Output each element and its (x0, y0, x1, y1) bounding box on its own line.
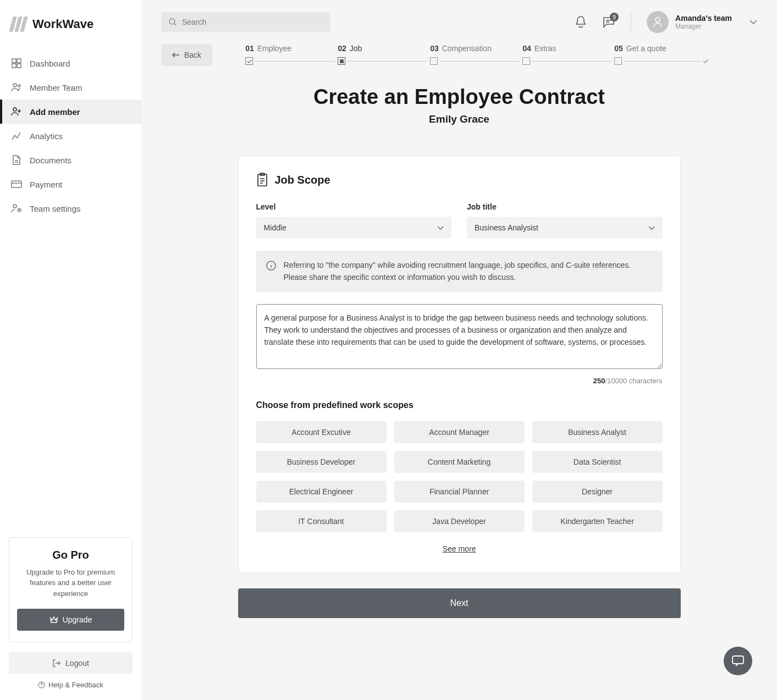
nav-label: Analytics (30, 131, 63, 141)
scopes-heading: Choose from predefined work scopes (256, 400, 663, 410)
check-icon (703, 59, 709, 63)
svg-rect-16 (732, 656, 743, 664)
stepper: 01Employee 02Job 03Compensation 04Extras… (245, 44, 757, 65)
svg-point-12 (655, 18, 660, 22)
step-box-icon (522, 57, 530, 65)
logout-button[interactable]: Logout (9, 652, 133, 674)
svg-rect-13 (258, 174, 267, 186)
nav-label: Member Team (30, 83, 82, 92)
svg-rect-1 (17, 59, 21, 63)
scope-chip[interactable]: Business Developer (256, 451, 387, 473)
step-box-icon (614, 57, 622, 65)
notifications-button[interactable] (575, 15, 587, 29)
sidebar-item-add-member[interactable]: Add member (0, 100, 141, 124)
svg-point-11 (169, 19, 175, 24)
scope-chip[interactable]: Account Manager (394, 421, 525, 443)
chevron-down-icon (437, 226, 444, 230)
step-compensation[interactable]: 03Compensation (430, 44, 520, 65)
topbar: 9 Amanda's team Manager (141, 0, 777, 44)
scope-chip[interactable]: Data Scientist (532, 451, 663, 473)
level-label: Level (256, 202, 452, 211)
chat-bubble-icon (731, 655, 745, 667)
sidebar-item-member-team[interactable]: Member Team (0, 75, 141, 100)
sidebar-item-payment[interactable]: Payment (0, 172, 141, 196)
search-box[interactable] (161, 12, 330, 32)
nav: Dashboard Member Team Add member Analyti… (0, 51, 141, 537)
user-icon (653, 16, 663, 27)
step-quote[interactable]: 05Get a quote (614, 44, 709, 65)
crown-icon (49, 616, 58, 624)
logout-icon (52, 659, 61, 667)
scope-chip[interactable]: Financial Planner (394, 481, 525, 503)
info-text: Referring to "the company" while avoidin… (284, 260, 653, 283)
main: 9 Amanda's team Manager (141, 0, 777, 700)
help-icon (38, 681, 45, 688)
team-name: Amanda's team (675, 14, 732, 23)
search-input[interactable] (182, 18, 323, 26)
check-icon (245, 57, 253, 65)
messages-badge: 9 (610, 13, 619, 21)
sidebar-item-analytics[interactable]: Analytics (0, 124, 141, 148)
sidebar: WorkWave Dashboard Member Team Add membe… (0, 0, 141, 700)
svg-point-9 (18, 209, 20, 211)
job-title-select[interactable]: Business Analysist (467, 217, 663, 239)
chat-fab[interactable] (724, 647, 752, 675)
chart-icon (11, 130, 22, 141)
svg-rect-0 (12, 59, 16, 63)
messages-button[interactable]: 9 (602, 16, 615, 28)
logo-icon (11, 16, 26, 32)
page-title: Create an Employee Contract (161, 85, 757, 109)
info-icon (266, 261, 276, 283)
scope-chip[interactable]: Java Developer (394, 510, 525, 532)
scope-chip[interactable]: Account Excutive (256, 421, 387, 443)
go-pro-desc: Upgrade to Pro for premium features and … (17, 567, 124, 599)
scope-chip[interactable]: Content Marketing (394, 451, 525, 473)
users-icon (11, 82, 22, 93)
page-subtitle: Emily Grace (161, 113, 757, 125)
sidebar-item-team-settings[interactable]: Team settings (0, 196, 141, 221)
nav-label: Payment (30, 180, 62, 189)
sidebar-item-dashboard[interactable]: Dashboard (0, 51, 141, 75)
level-select[interactable]: Middle (256, 217, 452, 239)
sidebar-item-documents[interactable]: Documents (0, 148, 141, 172)
clipboard-icon (256, 173, 268, 187)
step-employee[interactable]: 01Employee (245, 44, 335, 65)
step-box-icon (430, 57, 438, 65)
back-button[interactable]: Back (161, 44, 212, 66)
card-icon (11, 179, 22, 190)
step-extras[interactable]: 04Extras (522, 44, 611, 65)
info-banner: Referring to "the company" while avoidin… (256, 251, 663, 292)
svg-point-6 (13, 108, 16, 111)
back-label: Back (184, 51, 201, 59)
grid-icon (11, 58, 22, 69)
svg-rect-2 (12, 64, 16, 68)
nav-label: Dashboard (30, 59, 70, 68)
scope-chip[interactable]: Business Analyst (532, 421, 663, 443)
go-pro-card: Go Pro Upgrade to Pro for premium featur… (9, 537, 133, 643)
logo[interactable]: WorkWave (0, 16, 141, 32)
job-description-textarea[interactable] (256, 304, 663, 369)
user-plus-icon (11, 106, 22, 117)
scope-grid: Account Excutive Account Manager Busines… (256, 421, 663, 532)
help-feedback-link[interactable]: Help & Feedback (0, 681, 141, 689)
avatar (647, 11, 669, 33)
document-icon (11, 155, 22, 166)
card-title: Job Scope (275, 174, 330, 186)
user-menu[interactable]: Amanda's team Manager (647, 11, 757, 33)
svg-rect-7 (12, 181, 21, 188)
job-title-label: Job title (467, 202, 663, 211)
see-more-link[interactable]: See more (256, 544, 663, 553)
upgrade-button[interactable]: Upgrade (17, 609, 124, 631)
step-active-icon (338, 57, 345, 65)
scope-chip[interactable]: Electrical Engineer (256, 481, 387, 503)
svg-point-5 (18, 85, 20, 87)
step-job[interactable]: 02Job (338, 44, 427, 65)
scope-chip[interactable]: Kindergarten Teacher (532, 510, 663, 532)
content: Back 01Employee 02Job 03Compensation 04E… (141, 44, 777, 640)
next-button[interactable]: Next (238, 588, 681, 618)
brand-name: WorkWave (32, 17, 93, 31)
scope-chip[interactable]: Designer (532, 481, 663, 503)
scope-chip[interactable]: IT Consultant (256, 510, 387, 532)
help-label: Help & Feedback (48, 681, 103, 689)
arrow-left-icon (172, 52, 180, 58)
